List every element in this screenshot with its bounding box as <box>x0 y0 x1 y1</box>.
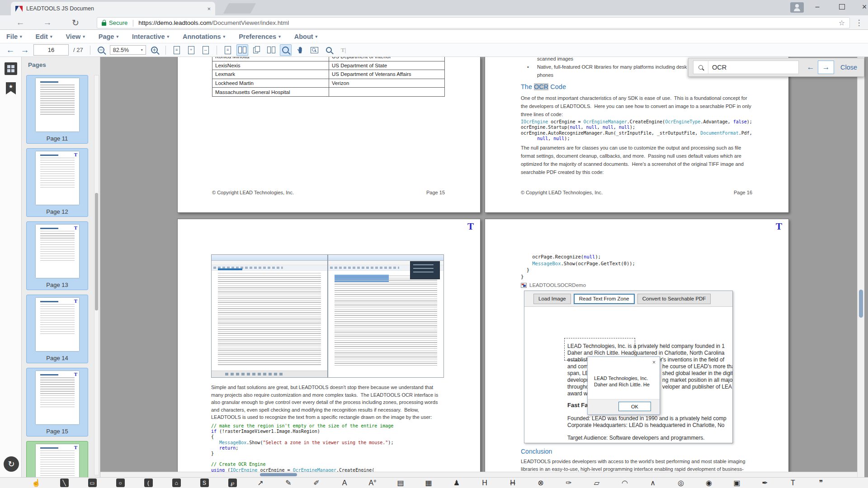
browser-refresh-icon[interactable]: ↻ <box>68 16 83 29</box>
thumbnails-panel-button[interactable] <box>5 62 17 75</box>
page-thumbnail[interactable]: T Page 13 <box>26 221 88 290</box>
menu-item[interactable]: Annotations ▾ <box>183 33 225 40</box>
browser-back-icon[interactable]: ← <box>13 16 28 29</box>
pan-select-tool-icon[interactable]: ☝ <box>31 478 42 488</box>
magnify-tool-button[interactable] <box>280 44 292 56</box>
arrow-tool-icon[interactable]: ↗ <box>255 478 266 488</box>
compass-tool-icon[interactable]: ∧ <box>647 478 658 488</box>
rotate-page-button[interactable]: ↻ <box>4 456 19 472</box>
lock-tool-icon[interactable]: ▣ <box>731 478 742 488</box>
page-thumbnail[interactable]: Page 11 <box>26 75 88 144</box>
window-close-button[interactable]: × <box>854 0 868 14</box>
browser-tab[interactable]: LEADTOOLS JS Documen × <box>11 2 215 15</box>
search-prev-button[interactable]: ← <box>803 61 818 74</box>
text-tool-icon[interactable]: A <box>339 478 350 488</box>
fit-text-view-button[interactable]: ≡ <box>171 44 183 56</box>
menu-item[interactable]: Interactive ▾ <box>132 33 169 40</box>
search-input[interactable] <box>708 64 798 71</box>
image-tool-icon[interactable]: ▦ <box>423 478 434 488</box>
strikeout-text-tool-icon[interactable]: H <box>507 478 518 488</box>
horizontal-scrollbar[interactable] <box>100 472 857 477</box>
pencil-tool-icon[interactable]: ✑ <box>563 478 574 488</box>
ellipse-tool-icon[interactable]: ○ <box>115 478 126 488</box>
ok-button[interactable]: OK <box>618 402 651 411</box>
note-tool-icon[interactable]: ✎ <box>283 478 294 488</box>
browser-address-row: ← → ↻ Secure | https://demo.leadtools.co… <box>0 15 868 30</box>
signature-tool-icon[interactable]: ✒ <box>760 478 770 488</box>
demo-button[interactable]: Read Text From Zone <box>574 294 635 304</box>
zoom-out-button[interactable] <box>95 44 107 56</box>
tab-close-icon[interactable]: × <box>207 5 211 12</box>
demo-button[interactable]: Convert to Searchable PDF <box>637 294 711 304</box>
protractor-tool-icon[interactable]: ◠ <box>619 478 630 488</box>
scrollbar-thumb[interactable] <box>95 193 98 310</box>
page-thumbnail[interactable]: T Page 14 <box>26 295 88 363</box>
dialog-close-icon[interactable]: × <box>652 359 656 366</box>
menu-item[interactable]: Preferences ▾ <box>239 33 281 40</box>
page-thumbnail[interactable]: T Page 16 <box>26 441 88 477</box>
fit-page-view-button[interactable]: + <box>185 44 197 56</box>
window-maximize-button[interactable] <box>832 0 852 14</box>
point-tool-icon[interactable]: ◎ <box>675 478 686 488</box>
zoom-level-value: 82.5% <box>113 47 129 53</box>
double-page-view-button[interactable] <box>236 44 248 56</box>
url-domain: https://demo.leadtools.com <box>138 19 211 26</box>
demo-button[interactable]: Load Image <box>533 294 571 304</box>
freehand-tool-icon[interactable]: S <box>199 478 210 488</box>
select-text-button[interactable]: T| <box>338 44 349 56</box>
single-page-view-button[interactable]: ≡ <box>222 44 234 56</box>
scrollbar-thumb[interactable] <box>859 290 863 318</box>
window-minimize-button[interactable]: – <box>807 0 827 14</box>
search-next-button[interactable]: → <box>818 61 834 74</box>
zoom-in-button[interactable] <box>149 44 160 56</box>
bookmarks-panel-button[interactable]: ★ <box>6 82 16 94</box>
menu-item[interactable]: File ▾ <box>6 33 22 40</box>
fit-width-view-button[interactable]: ↔ <box>200 44 212 56</box>
book-view-button[interactable] <box>265 44 277 56</box>
page-thumbnail[interactable]: T Page 15 <box>26 368 88 436</box>
zoom-window-button[interactable] <box>323 44 335 56</box>
browser-menu-icon[interactable]: ⋮ <box>853 17 865 28</box>
address-bar[interactable]: Secure | https://demo.leadtools.com /Doc… <box>97 17 850 28</box>
menu-item[interactable]: Page ▾ <box>99 33 118 40</box>
table-row: LexisNexis US Department of State <box>212 61 444 70</box>
caret-down-icon: ▾ <box>223 34 226 39</box>
find-window-button[interactable] <box>309 44 321 56</box>
vertical-scrollbar[interactable] <box>857 57 864 477</box>
thumbnail-scrollbar[interactable] <box>94 75 99 475</box>
menu-item[interactable]: About ▾ <box>294 33 317 40</box>
stamp-tool-icon[interactable]: ♟ <box>451 478 462 488</box>
stacked-pages-view-button[interactable] <box>251 44 263 56</box>
redaction-tool-icon[interactable]: ⊗ <box>535 478 546 488</box>
comment-tool-icon[interactable]: ❞ <box>816 478 826 488</box>
page-thumbnail[interactable]: T Page 12 <box>26 148 88 217</box>
pushpin-tool-icon[interactable]: ◉ <box>703 478 714 488</box>
line-tool-icon[interactable]: ╲ <box>59 478 70 488</box>
menu-item[interactable]: View ▾ <box>66 33 85 40</box>
pan-tool-button[interactable] <box>294 44 306 56</box>
rectangle-tool-icon[interactable]: ▭ <box>87 478 98 488</box>
scrollbar-thumb[interactable] <box>260 473 297 476</box>
new-tab-button[interactable] <box>223 3 256 14</box>
highlight-text-tool-icon[interactable]: H <box>479 478 490 488</box>
text-review-tool-icon[interactable]: T <box>788 478 798 488</box>
browser-forward-icon[interactable]: → <box>40 16 55 29</box>
profile-icon[interactable] <box>790 2 804 13</box>
bookmark-star-icon[interactable]: ☆ <box>839 19 845 27</box>
ruler-tool-icon[interactable]: ▱ <box>591 478 602 488</box>
polygon-tool-icon[interactable]: ⌂ <box>171 478 182 488</box>
table-row: Lockheed Martin Verizon <box>212 79 444 88</box>
next-page-button[interactable]: → <box>19 44 31 56</box>
zoom-level-select[interactable]: 82.5% ▾ <box>110 45 146 55</box>
prev-page-button[interactable]: ← <box>5 44 16 56</box>
url-path: /DocumentViewer/index.html <box>212 19 289 26</box>
search-close-button[interactable]: Close <box>840 64 857 71</box>
curve-tool-icon[interactable]: ( <box>143 478 154 488</box>
page-number-input[interactable] <box>33 44 69 56</box>
text-pointer-tool-icon[interactable]: A° <box>367 478 378 488</box>
document-viewer-canvas[interactable]: Konica Minolta US Department of Interior… <box>100 57 857 472</box>
highlight-tool-icon[interactable]: ✐ <box>311 478 322 488</box>
sticky-note-tool-icon[interactable]: ▤ <box>395 478 406 488</box>
closed-freehand-tool-icon[interactable]: ℘ <box>227 478 238 488</box>
menu-item[interactable]: Edit ▾ <box>36 33 52 40</box>
